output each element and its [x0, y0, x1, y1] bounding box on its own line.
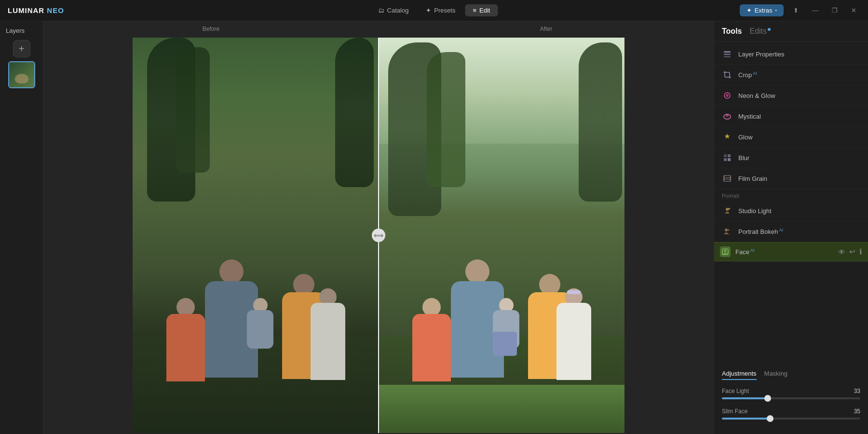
tool-film-grain[interactable]: Film Grain — [714, 168, 868, 189]
minimize-button[interactable]: — — [808, 5, 822, 16]
slim-face-row: Slim Face 35 — [722, 408, 860, 415]
tool-studio-light[interactable]: Studio Light — [714, 201, 868, 221]
tool-neon-glow[interactable]: Neon & Glow — [714, 85, 868, 106]
canvas-wrapper[interactable]: ⟺ — [43, 37, 714, 434]
app-logo: LUMINAR NEO — [8, 6, 64, 14]
add-layer-button[interactable]: + — [13, 40, 30, 57]
canvas-area: Before After — [43, 21, 714, 434]
svg-rect-9 — [724, 158, 727, 161]
svg-rect-8 — [728, 154, 731, 157]
layer-properties-icon — [722, 49, 732, 59]
edits-dot — [768, 28, 771, 31]
catalog-icon: 🗂 — [378, 7, 384, 14]
presets-nav-button[interactable]: ✦ Presets — [418, 4, 463, 16]
blur-icon — [722, 152, 732, 163]
svg-point-6 — [726, 114, 729, 117]
people-before — [164, 221, 347, 404]
portrait-bokeh-label: Portrait BokehAI — [738, 228, 783, 235]
svg-rect-16 — [725, 177, 729, 180]
slim-face-value: 35 — [847, 408, 860, 415]
extras-icon: ✦ — [746, 7, 752, 14]
film-grain-label: Film Grain — [738, 175, 767, 182]
svg-point-22 — [724, 250, 727, 252]
neon-glow-label: Neon & Glow — [738, 92, 775, 99]
masking-tab[interactable]: Masking — [764, 370, 787, 380]
tools-tab[interactable]: Tools — [722, 27, 742, 36]
glow-label: Glow — [738, 134, 753, 141]
slim-face-thumb[interactable] — [767, 415, 773, 422]
face-tool-bar[interactable]: FaceAI 👁 ↩ ℹ — [714, 242, 868, 261]
layer-thumbnail[interactable] — [8, 61, 35, 88]
glow-icon — [722, 132, 732, 142]
slim-face-track[interactable] — [722, 418, 860, 420]
tool-layer-properties[interactable]: Layer Properties — [714, 44, 868, 65]
svg-rect-7 — [724, 154, 727, 157]
tool-blur[interactable]: Blur — [714, 148, 868, 168]
tool-portrait-bokeh[interactable]: Portrait BokehAI — [714, 221, 868, 242]
face-light-value: 33 — [847, 388, 860, 394]
close-button[interactable]: ✕ — [847, 5, 860, 16]
main-container: Layers + Before After — [0, 21, 868, 434]
tool-mystical[interactable]: Mystical — [714, 106, 868, 127]
before-after-bar: Before After — [43, 21, 714, 37]
face-reset-button[interactable]: ↩ — [849, 247, 855, 256]
adjustments-tab[interactable]: Adjustments — [722, 370, 757, 380]
tool-glow[interactable]: Glow — [714, 127, 868, 148]
photo-bg-before — [133, 38, 379, 433]
svg-point-19 — [725, 229, 728, 231]
share-button[interactable]: ⬆ — [789, 5, 802, 16]
mystical-icon — [722, 111, 732, 122]
adj-tabs: Adjustments Masking — [722, 370, 860, 380]
studio-light-icon — [722, 205, 732, 216]
portrait-bokeh-icon — [722, 226, 732, 237]
photo-after — [379, 38, 624, 433]
edit-icon: ≡ — [473, 7, 476, 14]
slim-face-fill — [722, 418, 770, 420]
crop-label: CropAI — [738, 71, 757, 79]
slim-face-label: Slim Face — [722, 408, 747, 415]
studio-light-label: Studio Light — [738, 207, 772, 215]
before-label: Before — [43, 26, 379, 32]
edit-nav-button[interactable]: ≡ Edit — [465, 4, 498, 16]
edits-tab[interactable]: Edits — [749, 27, 771, 36]
adjustments-panel: Adjustments Masking Face Light 33 Slim F… — [714, 364, 868, 434]
tools-list: Layer Properties CropAI — [714, 42, 868, 364]
tool-crop[interactable]: CropAI — [714, 65, 868, 85]
face-light-label: Face Light — [722, 388, 749, 394]
svg-rect-15 — [730, 179, 731, 180]
svg-point-17 — [726, 208, 729, 211]
film-grain-icon — [722, 173, 732, 184]
face-light-row: Face Light 33 — [722, 388, 860, 394]
app-name: LUMINAR NEO — [8, 6, 64, 14]
titlebar-right: ✦ Extras• ⬆ — ❐ ✕ — [740, 4, 860, 16]
extras-button[interactable]: ✦ Extras• — [740, 4, 784, 16]
face-visibility-button[interactable]: 👁 — [838, 248, 845, 256]
svg-point-18 — [728, 208, 730, 210]
face-tool-label: FaceAI — [735, 248, 754, 256]
maximize-button[interactable]: ❐ — [828, 5, 841, 16]
face-bar-left: FaceAI — [720, 246, 754, 257]
slim-face-group: Slim Face 35 — [722, 408, 860, 420]
photo-bg-after — [379, 38, 624, 433]
plus-icon: + — [19, 43, 25, 54]
catalog-nav-button[interactable]: 🗂 Catalog — [370, 4, 417, 16]
titlebar: LUMINAR NEO 🗂 Catalog ✦ Presets ≡ Edit ✦… — [0, 0, 868, 21]
photo-before — [133, 38, 379, 433]
svg-rect-12 — [724, 177, 725, 178]
portrait-section-label: Portrait — [714, 189, 868, 201]
panel-header: Tools Edits — [714, 21, 868, 42]
layer-properties-label: Layer Properties — [738, 51, 784, 58]
mystical-label: Mystical — [738, 113, 761, 120]
divider-handle[interactable]: ⟺ — [372, 229, 385, 242]
svg-rect-0 — [724, 51, 731, 53]
svg-point-20 — [728, 229, 730, 231]
tree-mid-before — [176, 47, 210, 173]
photo-container: ⟺ — [133, 38, 624, 433]
after-label: After — [379, 26, 714, 32]
svg-rect-13 — [724, 179, 725, 180]
face-info-button[interactable]: ℹ — [859, 247, 862, 256]
face-light-thumb[interactable] — [764, 395, 771, 402]
face-light-track[interactable] — [722, 397, 860, 399]
presets-icon: ✦ — [426, 7, 431, 14]
crop-icon — [722, 69, 732, 80]
